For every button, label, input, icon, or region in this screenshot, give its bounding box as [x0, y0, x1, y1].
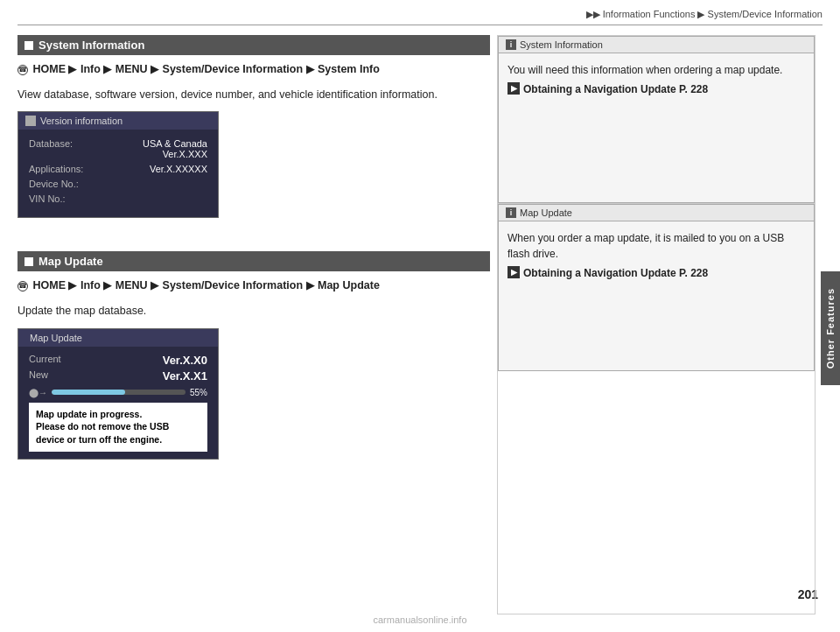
- screen1-label-device: Device No.:: [29, 179, 99, 189]
- screen1-body: Database: USA & CanadaVer.X.XXX Applicat…: [18, 130, 218, 217]
- map-progress-bar-fill: [52, 390, 125, 395]
- section1-nav-info: Info: [80, 63, 101, 75]
- map-progress-percent: 55%: [190, 388, 207, 397]
- map-progress-icon: ⬤→: [29, 388, 47, 397]
- nav-icon2: ☎: [18, 281, 28, 291]
- sidebar-tab-label: Other Features: [825, 288, 836, 369]
- screen1-value-database: USA & CanadaVer.X.XXX: [143, 138, 207, 159]
- watermark: carmanualsonline.info: [373, 614, 466, 625]
- map-current-row: Current Ver.X.X0: [29, 354, 207, 367]
- section2-screenshot: Map Update Current Ver.X.X0 New Ver.X.X1…: [18, 328, 219, 460]
- screen1-label-vin: VIN No.:: [29, 193, 99, 204]
- right-box2-icon: i: [506, 207, 516, 218]
- right-box2-link-icon: ▶: [508, 266, 520, 278]
- header-divider: [18, 25, 822, 25]
- right-box2-text: When you order a map update, it is maile…: [508, 232, 784, 260]
- screen1-value-apps: Ver.X.XXXXX: [150, 164, 207, 174]
- right-info-box1: i System Information You will need this …: [498, 36, 815, 203]
- right-box1-link: ▶ Obtaining a Navigation Update P. 228: [508, 81, 805, 97]
- main-content: System Information ☎ HOME ▶ Info ▶ MENU …: [18, 35, 490, 614]
- nav-icon1: ☎: [18, 65, 28, 75]
- map-screen-title-bar: Map Update: [18, 329, 218, 347]
- map-alert-text: Map update in progress. Please do not re…: [29, 403, 207, 452]
- right-box2-header: i Map Update: [499, 205, 814, 221]
- sidebar-tab: Other Features: [821, 271, 840, 385]
- section2-nav-home: HOME ▶: [32, 279, 80, 291]
- right-box2-body: When you order a map update, it is maile…: [499, 221, 814, 370]
- screen1-label-database: Database:: [29, 138, 99, 159]
- section1-square-icon: [24, 41, 33, 50]
- screen1-row-database: Database: USA & CanadaVer.X.XXX: [29, 138, 207, 159]
- section1-nav-home: HOME ▶: [32, 63, 80, 75]
- map-screen-title-text: Map Update: [30, 333, 82, 343]
- right-box2-link-text: Obtaining a Navigation Update P. 228: [523, 265, 708, 281]
- right-box1-title: System Information: [520, 39, 603, 50]
- right-box1-body: You will need this information when orde…: [499, 53, 814, 202]
- map-progress-bar-bg: [52, 390, 186, 395]
- right-box1-icon: i: [506, 39, 516, 50]
- screen1-label-apps: Applications:: [29, 164, 99, 174]
- section2-nav-info: Info: [80, 279, 101, 291]
- screen1-row-apps: Applications: Ver.X.XXXXX: [29, 164, 207, 174]
- right-box1-link-text: Obtaining a Navigation Update P. 228: [523, 81, 708, 97]
- section2-header: Map Update: [18, 251, 490, 271]
- screen1-title-bar: Version information: [18, 112, 218, 130]
- screen1-title: Version information: [40, 116, 122, 126]
- map-current-value: Ver.X.X0: [163, 354, 207, 367]
- section2-title: Map Update: [38, 255, 103, 268]
- right-info-box2: i Map Update When you order a map update…: [498, 204, 815, 371]
- map-progress-container: ⬤→ 55%: [29, 388, 207, 397]
- right-box2-link: ▶ Obtaining a Navigation Update P. 228: [508, 265, 805, 281]
- right-box2-title: Map Update: [520, 207, 572, 218]
- right-box1-link-icon: ▶: [508, 82, 520, 95]
- section1-nav-menu: ▶ MENU ▶ System/Device Information ▶ Sys…: [101, 63, 380, 75]
- section2-square-icon: [24, 257, 33, 266]
- map-current-label: Current: [29, 354, 99, 367]
- section2-description: Update the map database.: [18, 303, 490, 320]
- screen1-row-device: Device No.:: [29, 179, 207, 189]
- map-screen-body: Current Ver.X.X0 New Ver.X.X1 ⬤→ 55% Map…: [18, 347, 218, 459]
- right-box1-text: You will need this information when orde…: [508, 64, 782, 76]
- map-new-label: New: [29, 369, 99, 383]
- right-box1-header: i System Information: [499, 37, 814, 53]
- map-new-row: New Ver.X.X1: [29, 369, 207, 383]
- section1-description: View database, software version, device …: [18, 87, 490, 103]
- section1-screenshot: Version information Database: USA & Cana…: [18, 111, 219, 218]
- section1-title: System Information: [38, 39, 144, 52]
- section2-nav-menu: ▶ MENU ▶ System/Device Information ▶ Map…: [101, 279, 380, 291]
- section1-nav-path: ☎ HOME ▶ Info ▶ MENU ▶ System/Device Inf…: [18, 62, 490, 78]
- map-new-value: Ver.X.X1: [163, 369, 207, 383]
- section1-header: System Information: [18, 35, 490, 55]
- screen1-row-vin: VIN No.:: [29, 193, 207, 204]
- section2-nav-path: ☎ HOME ▶ Info ▶ MENU ▶ System/Device Inf…: [18, 278, 490, 294]
- screen1-icon: [25, 116, 36, 126]
- right-panel: i System Information You will need this …: [497, 35, 816, 614]
- breadcrumb: ▶▶ Information Functions ▶ System/Device…: [586, 9, 822, 20]
